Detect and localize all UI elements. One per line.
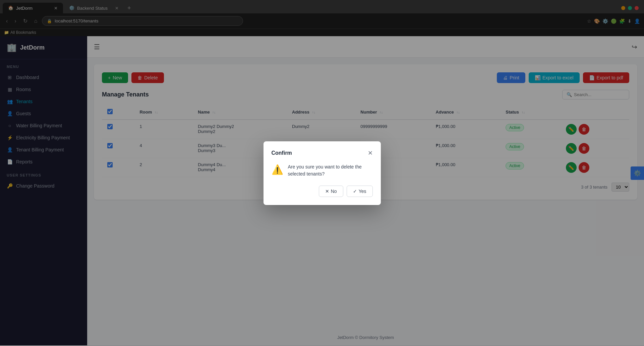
no-button-label: No <box>331 189 337 194</box>
modal-title: Confirm <box>272 150 292 156</box>
modal-message: Are you sure you want to delete the sele… <box>288 163 373 178</box>
modal-footer: ✕ No ✓ Yes <box>272 186 373 197</box>
yes-check-icon: ✓ <box>353 189 357 194</box>
confirm-modal: Confirm ✕ ⚠️ Are you sure you want to de… <box>264 141 381 205</box>
yes-button-label: Yes <box>359 189 366 194</box>
modal-close-button[interactable]: ✕ <box>368 149 373 157</box>
modal-body: ⚠️ Are you sure you want to delete the s… <box>272 163 373 178</box>
modal-overlay: Confirm ✕ ⚠️ Are you sure you want to de… <box>0 0 644 345</box>
modal-header: Confirm ✕ <box>272 149 373 157</box>
yes-button[interactable]: ✓ Yes <box>347 186 373 197</box>
warning-icon: ⚠️ <box>272 164 283 175</box>
no-x-icon: ✕ <box>325 189 329 194</box>
no-button[interactable]: ✕ No <box>319 186 343 197</box>
